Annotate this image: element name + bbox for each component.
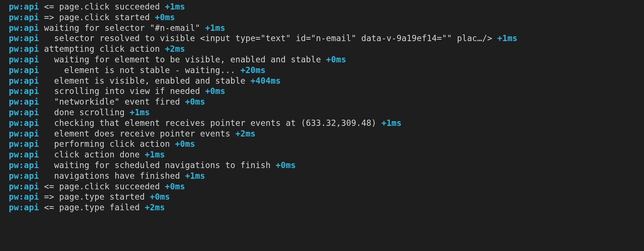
log-prefix: pw:api — [9, 12, 39, 22]
log-message: element is visible, enabled and stable — [39, 76, 250, 86]
log-prefix: pw:api — [9, 171, 39, 181]
log-line: pw:api => page.type started +0ms — [9, 192, 644, 202]
log-timing: +0ms — [326, 55, 346, 64]
log-line: pw:api click action done +1ms — [9, 149, 644, 160]
log-prefix: pw:api — [9, 160, 39, 170]
log-timing: +0ms — [205, 86, 225, 96]
log-prefix: pw:api — [9, 150, 39, 159]
log-message: element does receive pointer events — [39, 129, 235, 138]
log-line: pw:api element is visible, enabled and s… — [9, 76, 644, 86]
log-prefix: pw:api — [9, 97, 39, 106]
log-prefix: pw:api — [9, 2, 39, 11]
log-timing: +1ms — [130, 108, 150, 117]
log-message: click action done — [39, 150, 145, 159]
log-prefix: pw:api — [9, 182, 39, 191]
log-line: pw:api element does receive pointer even… — [9, 128, 644, 139]
log-prefix: pw:api — [9, 23, 39, 33]
log-prefix: pw:api — [9, 76, 39, 86]
log-timing: +20ms — [240, 65, 266, 75]
log-line: pw:api performing click action +0ms — [9, 139, 644, 149]
log-message: selector resolved to visible <input type… — [39, 33, 497, 43]
log-message: attempting click action — [39, 44, 165, 54]
log-timing: +0ms — [175, 139, 195, 149]
log-prefix: pw:api — [9, 33, 39, 43]
log-message: "networkidle" event fired — [39, 97, 185, 106]
log-timing: +0ms — [155, 12, 175, 22]
log-message: done scrolling — [39, 108, 129, 117]
log-line: pw:api waiting for selector "#n-email" +… — [9, 23, 644, 33]
log-timing: +1ms — [165, 2, 185, 11]
log-timing: +404ms — [251, 76, 281, 86]
log-prefix: pw:api — [9, 108, 39, 117]
log-line: pw:api navigations have finished +1ms — [9, 171, 644, 181]
log-message: <= page.click succeeded — [39, 182, 165, 191]
log-line: pw:api => page.click started +0ms — [9, 12, 644, 23]
log-timing: +1ms — [205, 23, 225, 33]
log-message: waiting for selector "#n-email" — [39, 23, 205, 33]
log-message: navigations have finished — [39, 171, 185, 181]
log-timing: +1ms — [145, 150, 165, 159]
log-timing: +0ms — [185, 97, 205, 106]
log-line: pw:api <= page.type failed +2ms — [9, 202, 644, 213]
log-timing: +0ms — [276, 160, 296, 170]
log-timing: +0ms — [165, 182, 185, 191]
log-timing: +2ms — [145, 203, 165, 212]
log-timing: +2ms — [236, 129, 256, 138]
log-line: pw:api scrolling into view if needed +0m… — [9, 86, 644, 97]
log-message: <= page.type failed — [39, 203, 145, 212]
log-timing: +2ms — [165, 44, 185, 54]
log-prefix: pw:api — [9, 192, 39, 201]
log-line: pw:api attempting click action +2ms — [9, 44, 644, 54]
log-message: => page.click started — [39, 12, 155, 22]
log-prefix: pw:api — [9, 55, 39, 64]
log-line: pw:api <= page.click succeeded +0ms — [9, 181, 644, 192]
log-prefix: pw:api — [9, 44, 39, 54]
log-timing: +1ms — [381, 118, 401, 128]
log-prefix: pw:api — [9, 65, 39, 75]
log-message: checking that element receives pointer e… — [39, 118, 381, 128]
log-message: performing click action — [39, 139, 175, 149]
log-message: <= page.click succeeded — [39, 2, 165, 11]
log-line: pw:api waiting for scheduled navigations… — [9, 160, 644, 171]
log-timing: +1ms — [497, 33, 517, 43]
log-timing: +1ms — [185, 171, 205, 181]
log-message: scrolling into view if needed — [39, 86, 205, 96]
log-line: pw:api <= page.click succeeded +1ms — [9, 1, 644, 12]
log-line: pw:api done scrolling +1ms — [9, 107, 644, 118]
log-timing: +0ms — [150, 192, 170, 201]
log-message: waiting for scheduled navigations to fin… — [39, 160, 275, 170]
log-message: => page.type started — [39, 192, 149, 201]
log-line: pw:api "networkidle" event fired +0ms — [9, 97, 644, 107]
log-prefix: pw:api — [9, 118, 39, 128]
log-prefix: pw:api — [9, 86, 39, 96]
log-line: pw:api element is not stable - waiting..… — [9, 65, 644, 76]
log-line: pw:api selector resolved to visible <inp… — [9, 33, 644, 44]
log-line: pw:api waiting for element to be visible… — [9, 54, 644, 65]
log-line: pw:api checking that element receives po… — [9, 118, 644, 128]
log-message: waiting for element to be visible, enabl… — [39, 55, 326, 64]
log-prefix: pw:api — [9, 203, 39, 212]
log-prefix: pw:api — [9, 129, 39, 138]
terminal-output[interactable]: pw:api <= page.click succeeded +1mspw:ap… — [0, 0, 644, 213]
log-prefix: pw:api — [9, 139, 39, 149]
log-message: element is not stable - waiting... — [39, 65, 240, 75]
